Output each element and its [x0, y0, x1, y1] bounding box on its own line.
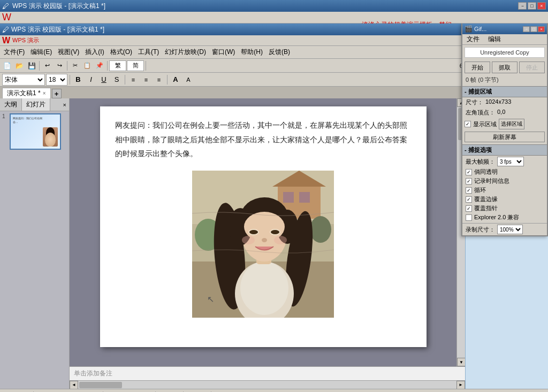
tb-undo-button[interactable]: ↩ [41, 60, 53, 72]
window-title: WPS 演示 校园版 - [演示文稿1 *] [12, 2, 518, 11]
hscroll-thumb[interactable] [79, 382, 122, 388]
align-center-button[interactable]: ≡ [140, 74, 152, 86]
font-family-select[interactable]: 宋体 [2, 74, 45, 86]
bold-button[interactable]: B [72, 74, 84, 86]
draw-select-btn[interactable]: ↖ [35, 390, 47, 393]
textbox-btn[interactable]: A [157, 390, 169, 393]
fill-color-btn[interactable]: 🪣 [185, 390, 197, 393]
tb-paste-button[interactable]: 📌 [94, 60, 105, 72]
draw-distribute-btn[interactable]: ⊞ [225, 390, 237, 393]
record-size-select[interactable]: 100% 75% 50% [497, 225, 523, 234]
menu-format[interactable]: 格式(O) [108, 47, 135, 57]
slide-scroll-area[interactable]: 网友提问：我们公司在例会上要一些活动，其中一个就是，在屏幕先出现某个人的头部照相… [70, 98, 456, 366]
opt-6-checkbox[interactable] [466, 214, 472, 221]
refresh-screen-btn[interactable]: 刷新屏幕 [465, 132, 545, 142]
menu-feedback[interactable]: 反馈(B) [266, 47, 293, 57]
hscroll-track [78, 381, 456, 389]
opt-2-checkbox[interactable]: ✓ [466, 178, 472, 185]
notes-area[interactable]: 单击添加备注 [70, 366, 465, 380]
align-right-button[interactable]: ≡ [153, 74, 165, 86]
wps-text: WPS 演示 [12, 36, 39, 44]
tb-simple-btn[interactable]: 简 [127, 60, 144, 71]
font-size-up-button[interactable]: A [170, 74, 181, 86]
draw-align-btn[interactable]: ⊟ [213, 390, 225, 393]
opt-5-checkbox[interactable]: ✓ [466, 205, 472, 212]
capture-options-header: - 捕捉选项 [462, 144, 547, 156]
panel-tab-outline[interactable]: 大纲 [0, 98, 22, 111]
gif-stop-btn[interactable]: 停止 [519, 62, 545, 73]
draw-rotate-btn[interactable]: ↻ [238, 390, 249, 393]
gif-panel-icon: 🎬 [465, 25, 473, 33]
menu-tools[interactable]: 工具(T) [135, 47, 162, 57]
capture-pos-row: 左角顶点： 0,0 [462, 107, 547, 118]
hscroll-left-button[interactable]: ◄ [70, 381, 78, 389]
tb-copy-button[interactable]: 📋 [81, 60, 93, 72]
hscrollbar[interactable]: ◄ ► [70, 380, 465, 389]
gif-start-btn[interactable]: 开始 [465, 62, 490, 73]
menu-insert[interactable]: 插入(I) [82, 47, 106, 57]
draw-flip-btn[interactable]: ⇄ [250, 390, 262, 393]
record-size-row: 录制尺寸： 100% 75% 50% [462, 223, 547, 235]
gif-close-btn[interactable]: × [538, 26, 545, 32]
opt-1-row: ✓ 倘同透明 [462, 167, 547, 176]
select-region-btn[interactable]: 选择区域 [499, 119, 524, 129]
menu-edit[interactable]: 编辑(E) [28, 47, 55, 57]
fmt-sep-3 [167, 75, 168, 84]
window-controls: － □ × [518, 2, 546, 10]
opt-2-row: ✓ 记录时间信息 [462, 176, 547, 186]
tb-cut-button[interactable]: ✂ [69, 60, 81, 72]
opt-1-checkbox[interactable]: ✓ [466, 169, 472, 175]
app-icon: 🖊 [2, 26, 9, 34]
show-region-checkbox[interactable]: ✓ [465, 121, 471, 127]
draw-freeform-btn[interactable]: ⊹ [48, 390, 59, 393]
gif-menu-edit[interactable]: 编辑 [484, 34, 505, 45]
portrait-svg [192, 171, 334, 318]
arrow-btn[interactable]: → [117, 390, 129, 393]
maximize-button[interactable]: □ [528, 2, 536, 10]
wordart-btn[interactable]: A [170, 390, 181, 393]
opt-3-row: ✓ 循环 [462, 186, 547, 195]
ellipse-btn[interactable]: ○ [142, 390, 154, 393]
slide-thumbnail-1[interactable]: 1 网友提问：我们公司在例会... [2, 113, 67, 150]
tb-redo-button[interactable]: ↪ [54, 60, 65, 72]
draw-toolbar: 绘图(R) ▼ ↖ ⊹ 自选图形(U) ▼ ╲ → □ ○ A A 🪣 A ⊟ … [0, 389, 548, 392]
menu-file[interactable]: 文件(F) [1, 47, 27, 57]
gif-maximize-btn[interactable]: □ [530, 26, 537, 32]
rect-btn[interactable]: □ [130, 390, 141, 393]
fps-select[interactable]: 3 fps 5 fps 10 fps [497, 157, 524, 166]
menu-slideshow[interactable]: 幻灯片放映(D) [162, 47, 209, 57]
gif-capture-btn[interactable]: 抓取 [492, 62, 517, 73]
menu-view[interactable]: 视图(V) [55, 47, 82, 57]
menu-window[interactable]: 窗口(W) [209, 47, 238, 57]
italic-button[interactable]: I [85, 74, 97, 86]
close-button[interactable]: × [537, 2, 546, 10]
font-size-select[interactable]: 18 [46, 74, 67, 86]
gif-minimize-btn[interactable]: － [523, 26, 530, 32]
tab-add-button[interactable]: + [52, 89, 62, 98]
font-size-down-button[interactable]: A [182, 74, 194, 86]
opt-3-checkbox[interactable]: ✓ [466, 187, 472, 194]
gif-menu-file[interactable]: 文件 [462, 34, 484, 45]
minimize-button[interactable]: － [518, 2, 527, 10]
opt-1-label: 倘同透明 [474, 168, 498, 176]
gif-panel-controls: － □ × [523, 26, 545, 32]
panel-close-button[interactable]: × [60, 101, 69, 109]
hscroll-right-button[interactable]: ► [456, 381, 465, 389]
strikethrough-button[interactable]: S [111, 74, 123, 86]
underline-button[interactable]: U [98, 74, 110, 86]
menu-help[interactable]: 帮助(H) [238, 47, 265, 57]
tb-chinese-btn[interactable]: 繁 [109, 60, 126, 71]
panel-tab-slides[interactable]: 幻灯片 [22, 98, 50, 111]
unregistered-notice: Unregistered Copy [465, 47, 545, 58]
vscroll-down-button[interactable]: ▼ [457, 358, 465, 366]
tb-save-button[interactable]: 💾 [26, 60, 37, 72]
menu-bar: W [0, 12, 548, 24]
tb-open-button[interactable]: 📂 [13, 60, 25, 72]
line-btn[interactable]: ╲ [105, 390, 117, 393]
font-color-btn[interactable]: A [197, 390, 209, 393]
tb-new-button[interactable]: 📄 [1, 60, 13, 72]
doc-tab-1[interactable]: 演示文稿1 * × [2, 88, 51, 98]
align-left-button[interactable]: ≡ [127, 74, 139, 86]
opt-4-checkbox[interactable]: ✓ [466, 196, 472, 203]
tab-1-close[interactable]: × [43, 90, 46, 96]
